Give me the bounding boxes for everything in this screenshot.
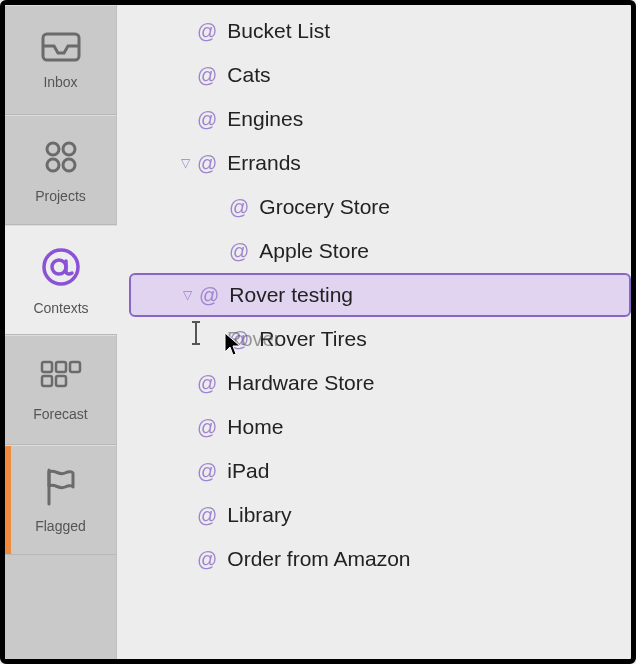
context-row[interactable]: @Cats (117, 53, 631, 97)
svg-point-2 (63, 143, 75, 155)
disclosure-triangle-icon[interactable]: ▽ (177, 156, 193, 170)
at-icon: @ (229, 196, 249, 219)
at-icon: @ (197, 152, 217, 175)
tab-label: Forecast (33, 406, 87, 422)
at-icon: @ (229, 328, 249, 351)
context-label: Rover testing (229, 283, 353, 307)
tab-contexts[interactable]: Contexts (5, 225, 117, 335)
context-label: Grocery Store (259, 195, 390, 219)
svg-point-6 (52, 260, 66, 274)
tab-inbox[interactable]: Inbox (5, 5, 116, 115)
tab-projects[interactable]: Projects (5, 115, 116, 225)
context-label: Apple Store (259, 239, 369, 263)
at-icon: @ (197, 504, 217, 527)
tab-forecast[interactable]: Forecast (5, 335, 116, 445)
disclosure-triangle-icon[interactable]: ▽ (179, 288, 195, 302)
svg-point-1 (47, 143, 59, 155)
at-icon: @ (199, 284, 219, 307)
context-row[interactable]: @Grocery Store (117, 185, 631, 229)
at-icon: @ (197, 416, 217, 439)
context-label: Library (227, 503, 291, 527)
svg-rect-9 (70, 362, 80, 372)
context-label: Engines (227, 107, 303, 131)
tab-label: Flagged (35, 518, 86, 534)
tab-flagged[interactable]: Flagged (5, 445, 116, 555)
context-label: Bucket List (227, 19, 330, 43)
context-row[interactable]: @Library (117, 493, 631, 537)
svg-rect-11 (56, 376, 66, 386)
svg-rect-7 (42, 362, 52, 372)
app-frame: Inbox Projects (0, 0, 636, 664)
context-label: Hardware Store (227, 371, 374, 395)
tab-label: Projects (35, 188, 86, 204)
context-label: Errands (227, 151, 301, 175)
context-label: Rover Tires (259, 327, 366, 351)
context-label: iPad (227, 459, 269, 483)
context-label: Order from Amazon (227, 547, 410, 571)
context-row[interactable]: @iPad (117, 449, 631, 493)
context-row[interactable]: ▽@Rover testing (129, 273, 631, 317)
context-row[interactable]: @Hardware Store (117, 361, 631, 405)
inbox-icon (40, 31, 82, 68)
contexts-icon (39, 245, 83, 294)
context-row[interactable]: ▽@Errands (117, 141, 631, 185)
context-row[interactable]: @Apple Store (117, 229, 631, 273)
context-row[interactable]: @Order from Amazon (117, 537, 631, 581)
forecast-icon (39, 359, 83, 400)
projects-icon (41, 137, 81, 182)
svg-rect-8 (56, 362, 66, 372)
svg-point-4 (63, 159, 75, 171)
tab-label: Contexts (33, 300, 88, 316)
context-label: Home (227, 415, 283, 439)
svg-rect-10 (42, 376, 52, 386)
at-icon: @ (197, 20, 217, 43)
flagged-accent (5, 446, 11, 554)
context-row[interactable]: @Engines (117, 97, 631, 141)
context-list: @Bucket List@Cats@Engines▽@Errands@Groce… (117, 5, 631, 659)
tab-label: Inbox (43, 74, 77, 90)
at-icon: @ (229, 240, 249, 263)
context-row[interactable]: @Rover Tires (117, 317, 631, 361)
context-row[interactable]: @Home (117, 405, 631, 449)
perspective-sidebar: Inbox Projects (5, 5, 117, 659)
context-label: Cats (227, 63, 270, 87)
at-icon: @ (197, 64, 217, 87)
at-icon: @ (197, 548, 217, 571)
flag-icon (43, 467, 79, 512)
at-icon: @ (197, 108, 217, 131)
at-icon: @ (197, 460, 217, 483)
svg-point-3 (47, 159, 59, 171)
context-row[interactable]: @Bucket List (117, 9, 631, 53)
at-icon: @ (197, 372, 217, 395)
